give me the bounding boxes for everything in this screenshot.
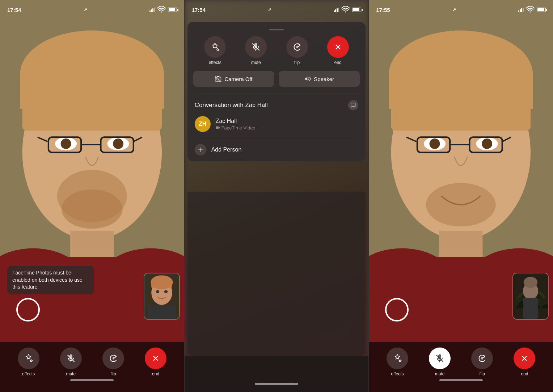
panel3-mute-circle [429, 348, 451, 369]
panel1-controls-bar: effects mute [0, 342, 184, 392]
panel3-face-svg [369, 0, 553, 392]
panel2-extra-buttons: Camera Off Speaker [187, 71, 366, 94]
panel3-flip-button[interactable]: flip [471, 348, 493, 376]
panel2-contact-sub: FaceTime Video [216, 125, 359, 131]
panel2-contact-avatar: ZH [195, 116, 211, 132]
panel2-conversation-title-row: Conversation with Zac Hall [195, 100, 359, 110]
panel2-controls-row: effects mute [187, 36, 366, 71]
panel2-contact-info: Zac Hall FaceTime Video [216, 118, 359, 131]
panel3-battery [537, 8, 546, 12]
svg-rect-71 [523, 298, 538, 319]
panel1-mute-circle [60, 348, 82, 369]
svg-point-66 [530, 12, 531, 13]
svg-marker-41 [305, 77, 308, 81]
panel1-wifi-icon [157, 5, 166, 14]
panel1-self-view[interactable] [144, 273, 180, 320]
panel3-background [369, 0, 553, 392]
panel3-end-circle [514, 348, 535, 369]
panel2-end-button[interactable]: end [327, 36, 349, 65]
svg-point-9 [113, 139, 123, 149]
panel2-message-icon[interactable] [348, 100, 358, 110]
panel1-status-bar: 17:54 ↗ [0, 0, 184, 16]
panel1-home-indicator [70, 379, 114, 381]
panel1-flip-circle [102, 348, 124, 369]
panel1-capture-button[interactable] [16, 298, 40, 321]
panel1-mute-button[interactable]: mute [60, 348, 82, 376]
panel3-effects-icon [393, 354, 402, 363]
svg-point-55 [482, 139, 492, 149]
panel2-battery [352, 8, 361, 12]
svg-point-16 [62, 189, 123, 229]
panel2-end-circle [327, 36, 349, 58]
panel1-tooltip: FaceTime Photos must be enabled on both … [7, 266, 94, 294]
add-person-icon [197, 146, 204, 153]
panel1-effects-button[interactable]: effects [18, 348, 39, 376]
panel3-status-icons [518, 5, 546, 14]
panel1-battery [168, 8, 177, 12]
panel3-flip-circle [471, 348, 493, 369]
panel2-add-person-label: Add Person [211, 146, 242, 153]
panel2-camera-off-button[interactable]: Camera Off [193, 71, 274, 87]
panel2-add-person-circle [195, 144, 206, 155]
panel3-controls-bar: effects mute [369, 342, 553, 392]
panel3-controls-row: effects mute [369, 348, 553, 376]
panel2-blurred-lower [187, 192, 366, 356]
panel1-signal [149, 8, 155, 12]
panel3-mute-button[interactable]: mute [429, 348, 451, 376]
svg-point-70 [524, 277, 537, 288]
panel3-wifi-icon [526, 5, 535, 14]
panel1-portrait [0, 0, 184, 392]
svg-point-21 [161, 12, 162, 13]
panel2-effects-icon [210, 42, 220, 52]
end-icon [152, 354, 160, 362]
panel1-end-circle [145, 348, 166, 369]
svg-rect-74 [481, 357, 483, 359]
panel3-effects-circle [387, 348, 408, 369]
panel1-end-button[interactable]: end [145, 348, 166, 376]
panel2-location-arrow: ↗ [268, 7, 271, 12]
panel1-flip-button[interactable]: flip [102, 348, 124, 376]
panel2-add-person-row[interactable]: Add Person [195, 138, 359, 155]
panel2-flip-button[interactable]: flip [286, 36, 308, 65]
svg-point-7 [61, 139, 71, 149]
camera-off-icon [215, 76, 221, 82]
panel-1: 17:54 ↗ FaceTime Photos must be enabled … [0, 0, 184, 392]
panel1-effects-circle [18, 348, 39, 369]
panel1-controls-row: effects mute [0, 348, 184, 376]
panel3-end-button[interactable]: end [514, 348, 535, 376]
panel2-mute-circle [245, 36, 267, 58]
svg-point-53 [430, 139, 440, 149]
panel3-location-arrow: ↗ [452, 7, 456, 12]
panel2-conversation-title: Conversation with Zac Hall [195, 102, 268, 109]
panel2-mute-icon [252, 43, 260, 51]
panel1-status-icons [149, 5, 177, 14]
panel3-self-view[interactable] [512, 273, 549, 320]
self-view-face-svg [144, 273, 179, 319]
panel2-status-bar: 17:54 ↗ [185, 0, 369, 16]
panel2-time: 17:54 [192, 7, 206, 13]
svg-point-61 [426, 183, 496, 226]
panel3-effects-button[interactable]: effects [387, 348, 408, 376]
svg-rect-37 [296, 46, 298, 48]
panel2-speaker-button[interactable]: Speaker [279, 71, 360, 87]
svg-rect-43 [216, 127, 219, 129]
effects-icon [24, 354, 33, 363]
video-call-icon [216, 125, 220, 130]
panel2-effects-circle [204, 36, 226, 58]
mute-icon [67, 354, 75, 363]
svg-point-26 [156, 290, 159, 293]
svg-point-34 [345, 12, 346, 13]
panel2-bottom [185, 356, 369, 392]
svg-rect-51 [391, 87, 531, 131]
panel3-flip-icon [478, 354, 486, 363]
svg-rect-5 [22, 87, 162, 131]
panel3-self-view-inner [513, 273, 548, 319]
panel2-drag-handle[interactable] [269, 29, 284, 30]
panel2-wifi-icon [341, 5, 350, 14]
panel2-effects-button[interactable]: effects [204, 36, 226, 65]
panel2-end-icon [334, 43, 342, 51]
panel3-signal [518, 8, 524, 12]
panel3-self-view-svg [513, 273, 548, 319]
panel2-mute-button[interactable]: mute [245, 36, 267, 65]
panel3-capture-button[interactable] [385, 298, 409, 321]
